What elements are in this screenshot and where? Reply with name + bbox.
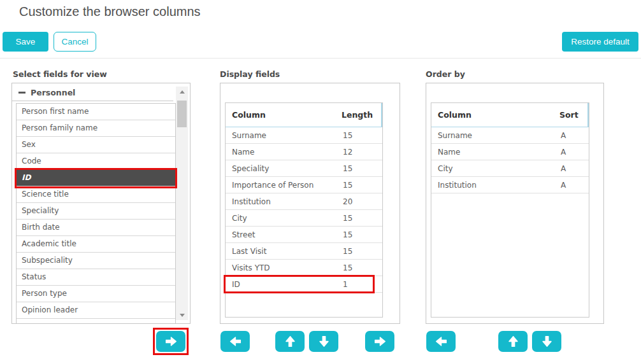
arrow-up-icon bbox=[284, 335, 297, 348]
scroll-thumb[interactable] bbox=[177, 101, 187, 127]
order-by-table: Column Sort Surname A Name A City A Inst… bbox=[431, 102, 589, 318]
arrow-right-icon bbox=[373, 335, 387, 348]
list-item[interactable]: Science title bbox=[17, 186, 175, 203]
order-by-label: Order by bbox=[426, 69, 465, 79]
table-row[interactable]: Name A bbox=[431, 144, 589, 160]
list-item[interactable]: Subspeciality bbox=[17, 253, 175, 269]
remove-from-order-button[interactable] bbox=[426, 331, 456, 352]
list-item[interactable]: Speciality bbox=[17, 203, 175, 220]
cell-column: Surname bbox=[226, 131, 343, 140]
field-group-label: Personnel bbox=[31, 88, 75, 97]
list-item[interactable]: Sex bbox=[17, 137, 175, 153]
cancel-button[interactable]: Cancel bbox=[54, 32, 96, 52]
cell-sort: A bbox=[561, 181, 589, 190]
move-to-display-button[interactable] bbox=[156, 331, 185, 352]
scroll-up-button[interactable] bbox=[176, 87, 188, 97]
table-row[interactable]: Name 12 bbox=[226, 144, 382, 160]
field-group-personnel[interactable]: Personnel bbox=[12, 83, 173, 101]
save-button[interactable]: Save bbox=[3, 32, 48, 52]
order-move-up-button[interactable] bbox=[498, 331, 528, 352]
table-header-row: Column Length bbox=[226, 103, 382, 127]
sort-header: Sort bbox=[559, 110, 587, 120]
table-row[interactable]: Surname A bbox=[431, 127, 589, 144]
remove-from-display-button[interactable] bbox=[220, 331, 250, 352]
display-fields-label: Display fields bbox=[220, 69, 280, 79]
table-header-row: Column Sort bbox=[431, 103, 589, 127]
display-move-down-button[interactable] bbox=[309, 331, 338, 352]
arrow-down-icon bbox=[540, 335, 554, 348]
arrow-left-icon bbox=[435, 335, 448, 348]
table-row[interactable]: Institution 20 bbox=[226, 193, 382, 210]
cell-column: City bbox=[431, 164, 561, 173]
list-item[interactable]: Birth date bbox=[17, 220, 175, 236]
cell-column: Surname bbox=[431, 131, 561, 140]
cell-column: Last Visit bbox=[226, 247, 343, 256]
order-move-down-button[interactable] bbox=[532, 331, 561, 352]
field-list: Person first name Person family name Sex… bbox=[16, 103, 176, 324]
column-header: Column bbox=[431, 110, 559, 120]
list-item[interactable]: Person type bbox=[17, 286, 175, 302]
cell-column: Name bbox=[431, 148, 561, 157]
cell-length: 15 bbox=[343, 181, 382, 190]
length-header: Length bbox=[342, 110, 381, 120]
list-item[interactable]: Opinion leader bbox=[17, 302, 175, 319]
table-row-highlighted-id[interactable]: ID 1 bbox=[226, 276, 382, 293]
customize-columns-page: Customize the browser columns Save Cance… bbox=[0, 0, 641, 364]
cell-length: 15 bbox=[343, 214, 382, 223]
table-row[interactable]: City 15 bbox=[226, 210, 382, 227]
cell-column: City bbox=[226, 214, 343, 223]
cell-column: Institution bbox=[431, 181, 561, 190]
table-row[interactable]: Last Visit 15 bbox=[226, 243, 382, 260]
table-row[interactable]: Visits YTD 15 bbox=[226, 260, 382, 276]
cell-column: Importance of Person bbox=[226, 181, 343, 190]
cell-length: 15 bbox=[343, 263, 382, 272]
list-item[interactable]: Code bbox=[17, 153, 175, 170]
cell-length: 12 bbox=[343, 148, 382, 157]
table-row[interactable]: Surname 15 bbox=[226, 127, 382, 144]
list-item[interactable]: Person family name bbox=[17, 120, 175, 137]
list-item[interactable]: Academic title bbox=[17, 236, 175, 253]
restore-default-button[interactable]: Restore default bbox=[562, 32, 638, 52]
display-fields-panel: Column Length Surname 15 Name 12 Special… bbox=[220, 83, 400, 324]
highlight-box-move-right bbox=[153, 328, 189, 355]
list-item[interactable]: Status bbox=[17, 269, 175, 286]
collapse-minus-icon[interactable] bbox=[18, 92, 25, 94]
table-row[interactable]: Street 15 bbox=[226, 227, 382, 243]
cell-length: 15 bbox=[343, 164, 382, 173]
table-row[interactable]: Importance of Person 15 bbox=[226, 177, 382, 193]
display-fields-table: Column Length Surname 15 Name 12 Special… bbox=[225, 102, 383, 318]
cell-sort: A bbox=[561, 164, 589, 173]
table-row[interactable]: Institution A bbox=[431, 177, 589, 193]
scroll-down-button[interactable] bbox=[176, 310, 188, 320]
column-header: Column bbox=[226, 110, 342, 120]
table-row[interactable]: Speciality 15 bbox=[226, 160, 382, 177]
arrow-up-icon bbox=[507, 335, 520, 348]
table-row[interactable]: City A bbox=[431, 160, 589, 177]
cell-column: Name bbox=[226, 148, 343, 157]
triangle-down-icon bbox=[180, 314, 185, 317]
header-divider bbox=[0, 58, 641, 59]
triangle-up-icon bbox=[180, 90, 185, 94]
list-item[interactable]: Person first name bbox=[17, 104, 175, 120]
arrow-left-icon bbox=[229, 335, 242, 348]
arrow-down-icon bbox=[317, 335, 331, 348]
cell-column: Speciality bbox=[226, 164, 343, 173]
arrow-right-icon bbox=[164, 335, 178, 348]
order-by-panel: Column Sort Surname A Name A City A Inst… bbox=[426, 83, 604, 324]
select-fields-panel: Personnel Person first name Person famil… bbox=[11, 83, 191, 324]
cell-length: 20 bbox=[343, 197, 382, 206]
move-to-order-button[interactable] bbox=[365, 331, 394, 352]
cell-column: Street bbox=[226, 230, 343, 239]
cell-length: 15 bbox=[343, 247, 382, 256]
cell-length: 1 bbox=[343, 280, 382, 289]
scrollbar[interactable] bbox=[176, 87, 188, 320]
cell-sort: A bbox=[561, 131, 589, 140]
cell-column: Institution bbox=[226, 197, 343, 206]
display-move-up-button[interactable] bbox=[275, 331, 305, 352]
cell-length: 15 bbox=[343, 131, 382, 140]
cell-sort: A bbox=[561, 148, 589, 157]
list-item-selected-id[interactable]: ID bbox=[17, 170, 175, 186]
cell-column: Visits YTD bbox=[226, 263, 343, 272]
page-title: Customize the browser columns bbox=[19, 4, 201, 19]
list-item-partial[interactable] bbox=[17, 319, 175, 324]
